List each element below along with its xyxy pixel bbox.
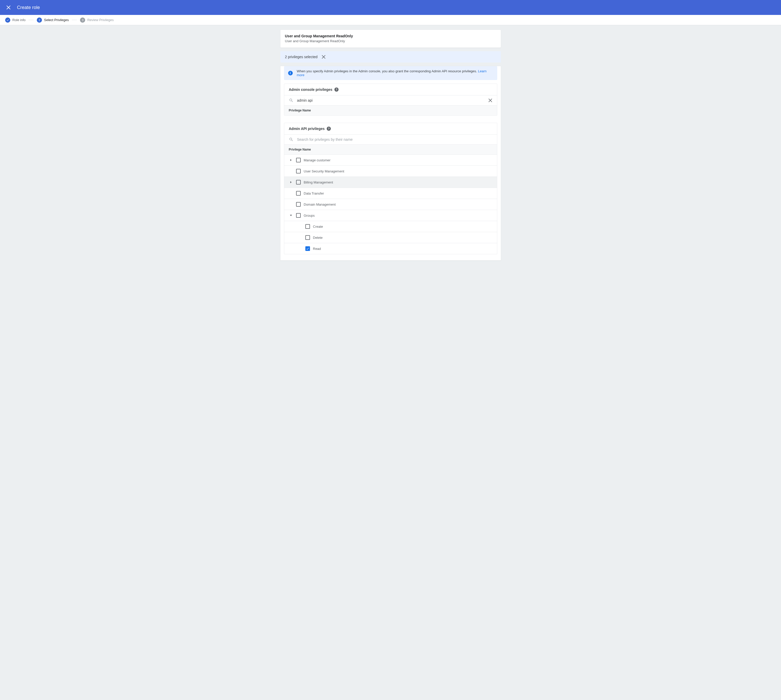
help-icon[interactable]: [327, 127, 331, 131]
clear-search-icon[interactable]: [488, 98, 492, 102]
console-search-input[interactable]: [297, 98, 485, 102]
column-header: Privilege Name: [284, 145, 497, 155]
privilege-row[interactable]: Read: [284, 243, 497, 254]
selection-count: 2 privileges selected: [285, 55, 318, 59]
privileges-card: When you specify Admin privileges in the…: [280, 66, 501, 260]
console-search-row: [284, 95, 497, 105]
selection-bar: 2 privileges selected: [280, 51, 501, 63]
privilege-checkbox[interactable]: [296, 169, 301, 173]
privilege-checkbox[interactable]: [305, 224, 310, 229]
role-name: User and Group Management ReadOnly: [285, 34, 496, 38]
step-label: Role info: [12, 18, 25, 22]
info-icon: [288, 71, 293, 75]
chevron-down-icon[interactable]: [289, 213, 293, 217]
step-number-icon: 3: [80, 18, 85, 23]
clear-selection-icon[interactable]: [321, 55, 326, 59]
page-title: Create role: [17, 5, 40, 10]
step-label: Review Privileges: [87, 18, 114, 22]
top-bar: Create role: [0, 0, 781, 15]
privilege-row[interactable]: Delete: [284, 232, 497, 243]
privilege-row[interactable]: User Security Management: [284, 166, 497, 177]
chevron-right-icon[interactable]: [289, 158, 293, 162]
step-role-info[interactable]: Role info: [5, 18, 25, 23]
close-icon[interactable]: [6, 5, 11, 10]
privilege-checkbox[interactable]: [305, 235, 310, 240]
step-select-privileges[interactable]: 2 Select Privileges: [37, 18, 69, 23]
api-privilege-list: Manage customerUser Security ManagementB…: [284, 155, 497, 254]
info-text: When you specify Admin privileges in the…: [297, 69, 478, 73]
step-number-icon: 2: [37, 18, 42, 23]
privilege-label: Read: [313, 247, 321, 251]
privilege-label: User Security Management: [304, 169, 345, 173]
api-section-title: Admin API privileges: [289, 127, 325, 131]
privilege-checkbox[interactable]: [296, 191, 301, 196]
step-label: Select Privileges: [44, 18, 69, 22]
privilege-label: Manage customer: [304, 158, 331, 162]
privilege-label: Data Transfer: [304, 192, 324, 195]
api-search-row: [284, 135, 497, 145]
help-icon[interactable]: [335, 87, 338, 92]
column-header: Privilege Name: [284, 105, 497, 115]
console-section-title: Admin console privileges: [289, 87, 333, 92]
privilege-label: Groups: [304, 213, 315, 217]
role-header-card: User and Group Management ReadOnly User …: [280, 30, 501, 48]
privilege-checkbox[interactable]: [305, 246, 310, 251]
privilege-checkbox[interactable]: [296, 213, 301, 218]
privilege-row[interactable]: Data Transfer: [284, 188, 497, 199]
api-privileges-section: Admin API privileges Privilege Name Mana…: [284, 123, 497, 254]
privilege-row[interactable]: Groups: [284, 210, 497, 221]
privilege-row[interactable]: Billing Management: [284, 177, 497, 188]
stepper: Role info 2 Select Privileges 3 Review P…: [0, 15, 781, 25]
privilege-row[interactable]: Create: [284, 221, 497, 232]
check-icon: [5, 18, 10, 23]
privilege-label: Billing Management: [304, 180, 333, 184]
chevron-right-icon[interactable]: [289, 180, 293, 184]
privilege-row[interactable]: Manage customer: [284, 155, 497, 166]
info-banner: When you specify Admin privileges in the…: [284, 66, 497, 80]
privilege-label: Delete: [313, 236, 323, 240]
privilege-checkbox[interactable]: [296, 202, 301, 207]
search-icon: [289, 98, 293, 103]
role-description: User and Group Management ReadOnly: [285, 39, 496, 43]
privilege-checkbox[interactable]: [296, 180, 301, 185]
console-privileges-section: Admin console privileges Privilege Name: [284, 83, 497, 115]
search-icon: [289, 137, 293, 142]
api-search-input[interactable]: [297, 137, 492, 142]
step-review-privileges[interactable]: 3 Review Privileges: [80, 18, 114, 23]
privilege-label: Create: [313, 225, 323, 228]
privilege-row[interactable]: Domain Management: [284, 199, 497, 210]
privilege-checkbox[interactable]: [296, 158, 301, 162]
privilege-label: Domain Management: [304, 203, 336, 207]
